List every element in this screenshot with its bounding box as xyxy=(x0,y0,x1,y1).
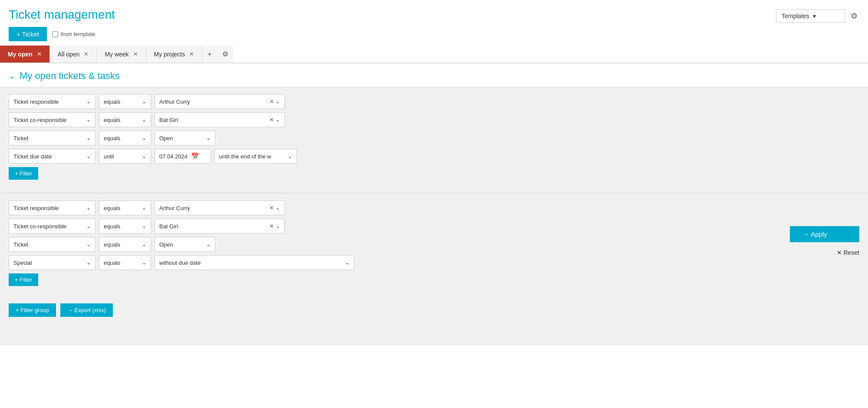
add-tab-button[interactable]: + xyxy=(202,46,217,63)
operator-label: equals xyxy=(104,205,120,211)
page-header: Ticket management Templates ▾ ⚙ xyxy=(0,0,868,27)
close-icon[interactable]: ✕ xyxy=(133,51,138,57)
filter-value-arthur-curry-1[interactable]: Arthur Curry ✕ ⌄ xyxy=(155,94,285,109)
chevron-down-icon: ⌄ xyxy=(142,153,146,159)
filter-row: Ticket due date ⌄ until ⌄ 07.04.2024 📅 u… xyxy=(9,149,859,164)
chevron-down-icon[interactable]: ⌄ xyxy=(9,71,15,81)
operator-label: until xyxy=(104,153,114,160)
chevron-down-icon: ⌄ xyxy=(276,99,280,105)
clear-icon[interactable]: ✕ xyxy=(270,223,274,229)
date-value: 07.04.2024 xyxy=(159,153,187,160)
field-label: Ticket responsible xyxy=(13,205,59,211)
filter-operator-2-2[interactable]: equals ⌄ xyxy=(99,219,151,234)
page-title: Ticket management xyxy=(9,8,115,22)
filter-row: Ticket ⌄ equals ⌄ Open ⌄ xyxy=(9,131,859,145)
value-label: Arthur Curry xyxy=(159,205,190,211)
chevron-down-icon: ⌄ xyxy=(142,135,146,141)
calendar-icon[interactable]: 📅 xyxy=(191,152,199,160)
filter-field-ticket-1[interactable]: Ticket ⌄ xyxy=(9,131,95,145)
filter-field-ticket-co-responsible-2[interactable]: Ticket co-responsible ⌄ xyxy=(9,219,95,234)
clear-icon[interactable]: ✕ xyxy=(270,205,274,211)
tab-my-open[interactable]: My open ✕ xyxy=(0,46,50,63)
value-label: Arthur Curry xyxy=(159,99,190,105)
tab-my-week[interactable]: My week ✕ xyxy=(97,46,146,63)
export-button[interactable]: → Export (xlsx) xyxy=(60,303,113,317)
from-template-checkbox[interactable] xyxy=(52,31,58,37)
filter-field-ticket-responsible-2[interactable]: Ticket responsible ⌄ xyxy=(9,201,95,215)
chevron-down-icon: ⌄ xyxy=(276,223,280,229)
ticket-actions: + Ticket from template xyxy=(0,27,868,46)
filter-operator-2-3[interactable]: equals ⌄ xyxy=(99,237,151,252)
chevron-down-icon: ⌄ xyxy=(86,223,91,229)
tabs-bar: My open ✕ All open ✕ My week ✕ My projec… xyxy=(0,46,868,63)
filter-value-open-2[interactable]: Open ⌄ xyxy=(155,237,215,252)
filter-row: Ticket co-responsible ⌄ equals ⌄ Bat Gir… xyxy=(9,112,859,127)
bottom-actions: + Filter group → Export (xlsx) xyxy=(0,299,868,324)
filter-operator-special[interactable]: equals ⌄ xyxy=(99,255,151,270)
tab-my-projects[interactable]: My projects ✕ xyxy=(146,46,203,63)
gear-icon: ⚙ xyxy=(851,12,858,20)
settings-gear-button[interactable]: ⚙ xyxy=(849,10,859,23)
tab-settings-button[interactable]: ⚙ xyxy=(217,46,233,63)
tab-all-open[interactable]: All open ✕ xyxy=(50,46,97,63)
filter-operator-2-1[interactable]: equals ⌄ xyxy=(99,201,151,215)
filter-date-option-1[interactable]: until the end of the w ⌄ xyxy=(214,149,297,164)
close-icon[interactable]: ✕ xyxy=(189,51,194,57)
clear-icon[interactable]: ✕ xyxy=(270,99,274,105)
filter-row: Ticket responsible ⌄ equals ⌄ Arthur Cur… xyxy=(9,94,859,109)
tab-all-open-label: All open xyxy=(58,51,80,58)
filter-sections-container: Ticket responsible ⌄ equals ⌄ Arthur Cur… xyxy=(0,87,868,324)
filter-field-ticket-co-responsible-1[interactable]: Ticket co-responsible ⌄ xyxy=(9,112,95,127)
filter-row: Ticket co-responsible ⌄ equals ⌄ Bat Gir… xyxy=(9,219,859,234)
field-label: Ticket responsible xyxy=(13,99,59,105)
field-label: Special xyxy=(13,260,32,266)
filter-operator-1-2[interactable]: equals ⌄ xyxy=(99,112,151,127)
chevron-down-icon: ⌄ xyxy=(86,205,91,211)
value-label: without due date xyxy=(159,260,201,266)
apply-button[interactable]: → Apply xyxy=(790,226,859,242)
clear-icon[interactable]: ✕ xyxy=(270,117,274,123)
field-label: Ticket co-responsible xyxy=(13,117,66,123)
chevron-down-icon: ⌄ xyxy=(86,260,91,266)
filter-field-special[interactable]: Special ⌄ xyxy=(9,255,95,270)
filter-field-ticket-2[interactable]: Ticket ⌄ xyxy=(9,237,95,252)
filter-row: Ticket ⌄ equals ⌄ Open ⌄ xyxy=(9,237,859,252)
chevron-down-icon: ⌄ xyxy=(206,241,210,247)
add-filter-group-button[interactable]: + Filter group xyxy=(9,303,56,317)
close-icon[interactable]: ✕ xyxy=(37,51,42,57)
filter-row: Ticket responsible ⌄ equals ⌄ Arthur Cur… xyxy=(9,201,859,215)
filter-field-ticket-due-date-1[interactable]: Ticket due date ⌄ xyxy=(9,149,95,164)
filter-operator-until-1[interactable]: until ⌄ xyxy=(99,149,151,164)
add-filter-button-1[interactable]: + Filter xyxy=(9,167,38,180)
chevron-down-icon: ⌄ xyxy=(276,205,280,211)
reset-button[interactable]: ✕ Reset xyxy=(837,247,859,259)
add-filter-button-2[interactable]: + Filter xyxy=(9,273,38,286)
chevron-down-icon: ⌄ xyxy=(86,153,91,159)
filter-operator-1-3[interactable]: equals ⌄ xyxy=(99,131,151,145)
chevron-down-icon: ⌄ xyxy=(345,260,349,266)
filter-value-bat-girl-1[interactable]: Bat Girl ✕ ⌄ xyxy=(155,112,285,127)
operator-label: equals xyxy=(104,241,120,248)
header-right: Templates ▾ ⚙ xyxy=(776,10,859,23)
field-label: Ticket xyxy=(13,241,28,248)
templates-chevron-icon: ▾ xyxy=(813,13,816,20)
filter-group-1: Ticket responsible ⌄ equals ⌄ Arthur Cur… xyxy=(0,87,868,193)
operator-label: equals xyxy=(104,135,120,141)
templates-dropdown[interactable]: Templates ▾ xyxy=(776,10,845,23)
filter-field-ticket-responsible-1[interactable]: Ticket responsible ⌄ xyxy=(9,94,95,109)
tab-my-projects-label: My projects xyxy=(154,51,185,58)
filter-operator-1-1[interactable]: equals ⌄ xyxy=(99,94,151,109)
filter-value-open-1[interactable]: Open ⌄ xyxy=(155,131,215,145)
gear-icon: ⚙ xyxy=(222,50,228,58)
chevron-down-icon: ⌄ xyxy=(142,241,146,247)
from-template-container: from template xyxy=(52,31,95,37)
value-label: Bat Girl xyxy=(159,117,178,123)
close-icon[interactable]: ✕ xyxy=(84,51,89,57)
chevron-down-icon: ⌄ xyxy=(276,117,280,123)
filter-value-date-1[interactable]: 07.04.2024 📅 xyxy=(155,149,211,164)
filter-value-arthur-curry-2[interactable]: Arthur Curry ✕ ⌄ xyxy=(155,201,285,215)
filter-value-bat-girl-2[interactable]: Bat Girl ✕ ⌄ xyxy=(155,219,285,234)
operator-label: equals xyxy=(104,99,120,105)
add-ticket-button[interactable]: + Ticket xyxy=(9,27,47,41)
filter-value-without-due-date[interactable]: without due date ⌄ xyxy=(155,255,354,270)
